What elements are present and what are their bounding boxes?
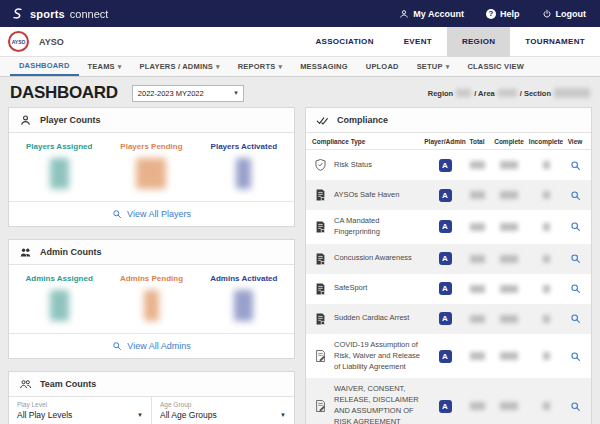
complete-value-redacted	[500, 285, 518, 293]
col-incomplete: Incomplete	[527, 138, 565, 145]
col-player-admin: Player/Admin	[427, 138, 463, 145]
table-row[interactable]: Concussion Awareness A	[306, 244, 591, 274]
chevron-down-icon: ▾	[234, 89, 238, 97]
total-value-redacted	[470, 285, 485, 293]
view-all-players-label: View All Players	[127, 209, 191, 219]
org-tabs: ASSOCIATION EVENT REGION TOURNAMENT	[300, 27, 600, 57]
col-compliance-type: Compliance Type	[312, 138, 427, 145]
compliance-type-name: AYSOs Safe Haven	[334, 190, 427, 201]
player-admin-badge: A	[439, 189, 452, 202]
nav-reports[interactable]: REPORTS	[229, 57, 291, 76]
nav-players-admins[interactable]: PLAYERS / ADMINS	[131, 57, 229, 76]
table-row[interactable]: CA Mandated Fingerprinting A	[306, 210, 591, 244]
admin-counts-title: Admin Counts	[40, 247, 102, 257]
complete-value-redacted	[500, 161, 518, 169]
view-icon[interactable]	[570, 351, 581, 362]
view-icon[interactable]	[570, 160, 581, 171]
player-counts-card: Player Counts Players Assigned Players P…	[8, 107, 295, 227]
view-icon[interactable]	[570, 221, 581, 232]
nav-bar: DASHBOARD TEAMS PLAYERS / ADMINS REPORTS…	[0, 57, 600, 77]
complete-value-redacted	[500, 402, 518, 410]
chevron-down-icon: ▼	[280, 412, 286, 418]
col-view: View	[565, 138, 585, 145]
left-column: Player Counts Players Assigned Players P…	[8, 107, 295, 424]
org-bar: AYSO AYSO ASSOCIATION EVENT REGION TOURN…	[0, 27, 600, 57]
player-admin-badge: A	[439, 252, 452, 265]
view-icon[interactable]	[570, 401, 581, 412]
player-stats: Players Assigned Players Pending Players…	[9, 133, 294, 195]
logout-button[interactable]: Logout	[542, 9, 587, 19]
player-admin-badge: A	[439, 220, 452, 233]
people-outline-icon	[19, 378, 32, 391]
user-icon	[399, 9, 409, 19]
admins-activated-value-redacted	[234, 290, 253, 321]
view-icon[interactable]	[570, 313, 581, 324]
table-row[interactable]: AYSOs Safe Haven A	[306, 180, 591, 210]
table-row[interactable]: Sudden Cardiac Arrest A	[306, 304, 591, 334]
view-icon[interactable]	[570, 190, 581, 201]
tab-event[interactable]: EVENT	[389, 27, 447, 57]
table-row[interactable]: Risk Status A	[306, 150, 591, 180]
nav-setup[interactable]: SETUP	[408, 57, 459, 76]
sports-connect-logo[interactable]: sports connect	[10, 6, 108, 21]
players-assigned-value-redacted	[50, 158, 69, 189]
compliance-type-name: COVID-19 Assumption of Risk, Waiver and …	[334, 340, 427, 373]
shield-check-icon	[312, 158, 328, 172]
admin-stats: Admins Assigned Admins Pending Admins Ac…	[9, 265, 294, 327]
player-admin-badge: A	[439, 400, 452, 413]
app-window: sports connect My Account Help Logout AY…	[0, 0, 600, 424]
players-pending-value-redacted	[136, 158, 166, 189]
play-level-select[interactable]: Play Level All Play Levels ▼	[9, 397, 152, 424]
table-row[interactable]: COVID-19 Assumption of Risk, Waiver and …	[306, 334, 591, 379]
total-value-redacted	[470, 161, 485, 169]
total-value-redacted	[470, 191, 485, 199]
people-icon	[19, 246, 32, 259]
tab-tournament[interactable]: TOURNAMENT	[510, 27, 600, 57]
table-row[interactable]: SafeSport A	[306, 274, 591, 304]
view-icon[interactable]	[570, 253, 581, 264]
play-level-label: Play Level	[17, 401, 143, 408]
player-counts-header: Player Counts	[9, 108, 294, 133]
compliance-type-name: CA Mandated Fingerprinting	[334, 216, 427, 238]
view-icon[interactable]	[570, 283, 581, 294]
page-title: DASHBOARD	[10, 83, 118, 103]
admins-pending-value-redacted	[144, 290, 159, 321]
player-admin-badge: A	[439, 350, 452, 363]
help-button[interactable]: Help	[486, 9, 520, 19]
chevron-down-icon: ▼	[137, 412, 143, 418]
admin-counts-header: Admin Counts	[9, 240, 294, 265]
incomplete-value-redacted	[543, 191, 550, 199]
compliance-type-name: Concussion Awareness	[334, 253, 427, 264]
nav-dashboard[interactable]: DASHBOARD	[10, 57, 79, 76]
view-all-admins-link[interactable]: View All Admins	[9, 333, 294, 358]
table-row[interactable]: WAIVER, CONSENT, RELEASE, DISCLAIMER AND…	[306, 378, 591, 424]
col-complete: Complete	[491, 138, 527, 145]
region-label: Region	[428, 89, 453, 98]
org-name: AYSO	[39, 37, 64, 47]
season-select[interactable]: 2022-2023 MY2022 ▾	[132, 85, 244, 102]
help-label: Help	[500, 9, 520, 19]
incomplete-value-redacted	[543, 315, 550, 323]
title-row: DASHBOARD 2022-2023 MY2022 ▾ Region / Ar…	[0, 77, 600, 107]
tab-association[interactable]: ASSOCIATION	[300, 27, 388, 57]
document-icon	[312, 188, 328, 202]
nav-teams[interactable]: TEAMS	[79, 57, 131, 76]
nav-classic-view[interactable]: CLASSIC VIEW	[458, 57, 533, 76]
age-group-select[interactable]: Age Group All Age Groups ▼	[152, 397, 294, 424]
view-all-players-link[interactable]: View All Players	[9, 201, 294, 226]
nav-upload[interactable]: UPLOAD	[357, 57, 408, 76]
area-value-redacted	[498, 89, 517, 97]
compliance-type-name: SafeSport	[334, 283, 427, 294]
players-activated-label: Players Activated	[198, 142, 290, 151]
tab-region[interactable]: REGION	[447, 27, 510, 57]
complete-value-redacted	[500, 191, 518, 199]
players-pending-label: Players Pending	[105, 142, 197, 151]
complete-value-redacted	[500, 223, 518, 231]
my-account-button[interactable]: My Account	[399, 9, 464, 19]
document-icon	[312, 252, 328, 266]
admins-assigned-stat: Admins Assigned	[13, 274, 105, 325]
incomplete-value-redacted	[543, 161, 550, 169]
nav-messaging[interactable]: MESSAGING	[291, 57, 357, 76]
document-edit-icon	[312, 349, 328, 363]
admins-activated-stat: Admins Activated	[198, 274, 290, 325]
